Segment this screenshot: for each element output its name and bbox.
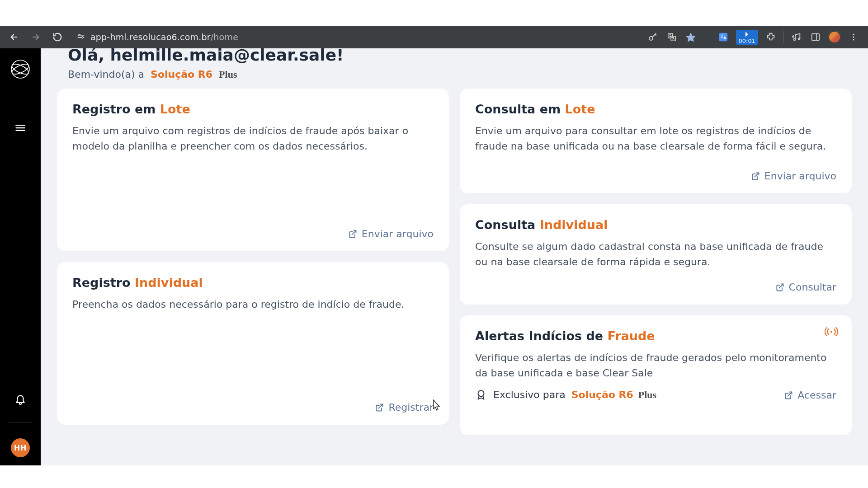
letterbox-top bbox=[0, 0, 868, 26]
arrow-left-icon bbox=[9, 32, 19, 42]
app-sidebar: HH bbox=[0, 48, 41, 465]
svg-point-9 bbox=[794, 39, 796, 41]
external-link-icon bbox=[375, 403, 384, 412]
consultar-button[interactable]: Consultar bbox=[775, 282, 836, 293]
exclusive-brand: Solução R6 bbox=[571, 389, 633, 400]
user-initials-badge[interactable]: HH bbox=[11, 438, 30, 457]
svg-rect-13 bbox=[812, 34, 820, 41]
password-key-icon[interactable] bbox=[646, 31, 659, 43]
card-body: Envie um arquivo com registros de indíci… bbox=[72, 123, 434, 154]
svg-point-10 bbox=[798, 38, 800, 40]
action-label: Registrar bbox=[388, 402, 434, 413]
svg-marker-7 bbox=[686, 33, 695, 42]
profile-avatar[interactable] bbox=[828, 31, 841, 43]
url-path: /home bbox=[211, 32, 238, 42]
svg-point-15 bbox=[853, 34, 854, 35]
extensions-icon[interactable] bbox=[764, 31, 777, 43]
card-body: Consulte se algum dado cadastral consta … bbox=[475, 239, 836, 270]
arrow-right-icon bbox=[31, 32, 41, 42]
svg-point-3 bbox=[82, 37, 83, 38]
sidepanel-icon[interactable] bbox=[809, 31, 822, 43]
brand-text: Solução R6 bbox=[151, 69, 212, 80]
reload-icon bbox=[52, 32, 62, 42]
card-alertas-fraude: Alertas Indícios de Fraude Verifique os … bbox=[460, 315, 852, 435]
ribbon-icon bbox=[475, 389, 487, 401]
action-label: Enviar arquivo bbox=[764, 170, 836, 182]
main-content: Olá, helmille.maia@clear.sale! Bem-vindo… bbox=[41, 48, 868, 465]
reload-button[interactable] bbox=[48, 28, 67, 47]
page-title: Olá, helmille.maia@clear.sale! bbox=[68, 48, 841, 64]
card-title-a: Consulta em bbox=[475, 102, 565, 116]
card-title-a: Registro bbox=[72, 276, 135, 290]
media-control-icon[interactable] bbox=[790, 31, 803, 43]
bookmark-star-icon[interactable] bbox=[684, 31, 697, 43]
card-consulta-individual: Consulta Individual Consulte se algum da… bbox=[460, 204, 852, 305]
card-title: Alertas Indícios de Fraude bbox=[475, 329, 836, 343]
card-title-b: Individual bbox=[135, 276, 203, 290]
external-link-icon bbox=[348, 230, 357, 239]
card-title-b: Lote bbox=[565, 102, 595, 116]
external-link-icon bbox=[775, 283, 784, 292]
translate-icon[interactable] bbox=[665, 31, 678, 43]
card-title: Consulta em Lote bbox=[475, 102, 836, 116]
page-header: Olá, helmille.maia@clear.sale! Bem-vindo… bbox=[57, 48, 852, 80]
svg-point-25 bbox=[478, 390, 484, 396]
card-title-b: Individual bbox=[540, 218, 608, 232]
external-link-icon bbox=[751, 172, 760, 181]
action-label: Consultar bbox=[789, 282, 836, 293]
broadcast-icon bbox=[825, 326, 838, 339]
page-subtitle: Bem-vindo(a) a Solução R6 Plus bbox=[68, 69, 841, 80]
exclusive-plus: Plus bbox=[638, 389, 656, 400]
card-title: Consulta Individual bbox=[475, 218, 836, 232]
card-title: Registro Individual bbox=[72, 276, 434, 290]
svg-point-17 bbox=[853, 39, 854, 40]
svg-rect-8 bbox=[719, 33, 727, 41]
app-logo[interactable] bbox=[9, 57, 32, 81]
kebab-menu-icon[interactable] bbox=[847, 31, 860, 43]
card-title-a: Consulta bbox=[475, 218, 540, 232]
timer-value: 00:01 bbox=[739, 38, 755, 44]
card-title-a: Alertas Indícios de bbox=[475, 329, 608, 343]
translate-ext-icon[interactable] bbox=[717, 31, 730, 43]
svg-point-16 bbox=[853, 36, 854, 38]
back-button[interactable] bbox=[5, 28, 24, 47]
card-registro-individual: Registro Individual Preencha os dados ne… bbox=[57, 262, 449, 425]
separator bbox=[783, 31, 784, 43]
external-link-icon bbox=[784, 391, 793, 400]
enviar-arquivo-button[interactable]: Enviar arquivo bbox=[751, 170, 836, 182]
welcome-text: Bem-vindo(a) a bbox=[68, 69, 144, 80]
card-consulta-lote: Consulta em Lote Envie um arquivo para c… bbox=[460, 89, 852, 193]
bell-icon[interactable] bbox=[12, 391, 28, 407]
card-title-b: Fraude bbox=[608, 329, 655, 343]
site-settings-icon[interactable] bbox=[76, 32, 86, 42]
card-body: Verifique os alertas de indícios de frau… bbox=[475, 350, 836, 381]
card-body: Envie um arquivo para consultar em lote … bbox=[475, 123, 836, 154]
card-title: Registro em Lote bbox=[72, 102, 434, 116]
browser-toolbar: app-hml.resolucao6.com.br/home ⏵00:01 bbox=[0, 26, 868, 48]
toolbar-right: ⏵00:01 bbox=[646, 30, 863, 45]
omnibox[interactable]: app-hml.resolucao6.com.br/home bbox=[71, 29, 243, 45]
hamburger-menu-icon[interactable] bbox=[12, 120, 28, 136]
action-label: Enviar arquivo bbox=[362, 228, 434, 239]
exclusive-pre: Exclusivo para bbox=[493, 389, 566, 400]
card-title-b: Lote bbox=[160, 102, 190, 116]
card-body: Preencha os dados necessário para o regi… bbox=[72, 297, 434, 312]
acessar-button[interactable]: Acessar bbox=[784, 389, 836, 401]
enviar-arquivo-button[interactable]: Enviar arquivo bbox=[348, 228, 434, 239]
exclusive-note: Exclusivo para Solução R6 Plus bbox=[475, 389, 656, 401]
plus-text: Plus bbox=[219, 69, 237, 80]
registrar-button[interactable]: Registrar bbox=[375, 402, 434, 413]
recording-timer[interactable]: ⏵00:01 bbox=[736, 30, 758, 45]
card-title-a: Registro em bbox=[72, 102, 160, 116]
card-registro-lote: Registro em Lote Envie um arquivo com re… bbox=[57, 89, 449, 251]
url-host: app-hml.resolucao6.com.br bbox=[90, 32, 211, 42]
forward-button[interactable] bbox=[26, 28, 45, 47]
url-text: app-hml.resolucao6.com.br/home bbox=[90, 32, 238, 42]
action-label: Acessar bbox=[797, 389, 836, 401]
svg-point-24 bbox=[830, 331, 832, 333]
sidebar-separator bbox=[9, 422, 32, 423]
letterbox-bottom bbox=[0, 465, 868, 488]
svg-point-2 bbox=[79, 34, 80, 36]
browser-window: app-hml.resolucao6.com.br/home ⏵00:01 bbox=[0, 26, 868, 465]
